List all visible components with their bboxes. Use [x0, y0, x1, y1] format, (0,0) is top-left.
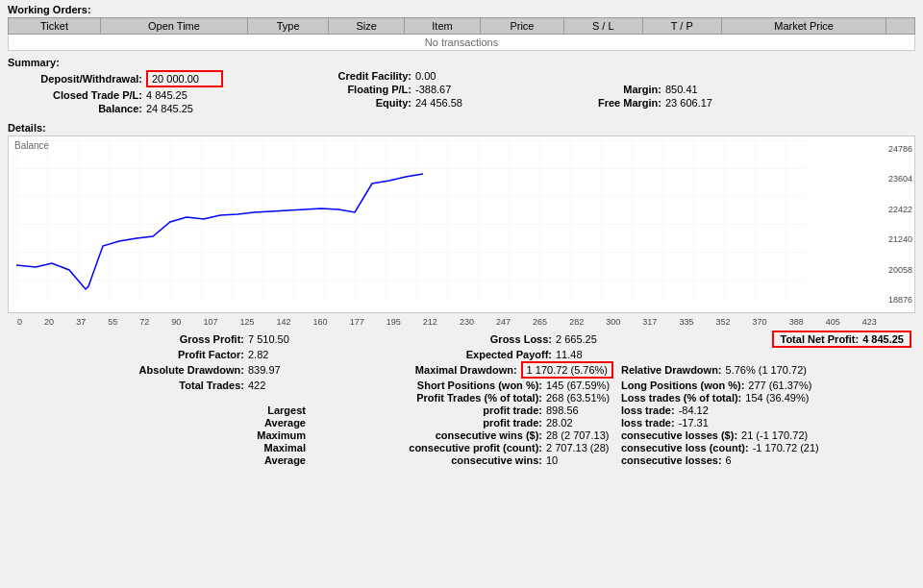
y-label-4: 20058 [888, 265, 912, 275]
x-22: 388 [789, 317, 804, 327]
stats-row-5: Profit Trades (% of total): 268 (63.51%)… [8, 392, 915, 404]
profit-factor-label: Profit Factor: [178, 349, 244, 360]
gross-profit-label: Gross Profit: [180, 333, 244, 345]
x-6: 107 [203, 317, 217, 327]
long-positions-value: 277 (61.37%) [748, 380, 811, 391]
details-title: Details: [8, 122, 915, 134]
y-label-2: 22422 [888, 205, 912, 214]
x-12: 212 [423, 317, 437, 327]
consec-losses2-value: 6 [726, 454, 732, 466]
col-item: Item [405, 18, 481, 35]
no-transactions-row: No transactions [9, 35, 915, 51]
x-16: 282 [569, 317, 584, 327]
stats-row-9: Maximal consecutive profit (count): 2 70… [8, 442, 915, 453]
col-ticket: Ticket [9, 18, 101, 35]
col-type: Type [247, 18, 328, 35]
maximal-label: Maximal [264, 442, 306, 453]
consec-losses-label: consecutive losses ($): [621, 429, 737, 441]
working-orders-section: Working Orders: Ticket Open Time Type Si… [8, 4, 915, 51]
x-0: 0 [17, 317, 22, 327]
equity-label: Equity: [277, 97, 412, 109]
free-margin-value: 23 606.17 [665, 97, 742, 109]
x-3: 55 [108, 317, 117, 327]
free-margin-label: Free Margin: [527, 97, 661, 109]
relative-drawdown-label: Relative Drawdown: [621, 364, 722, 376]
long-positions-label: Long Positions (won %): [621, 380, 744, 391]
loss-trade-label: loss trade: [621, 404, 675, 416]
consec-loss-value: -1 170.72 (21) [753, 442, 819, 453]
margin-label: Margin: [527, 84, 661, 95]
x-9: 160 [313, 317, 328, 327]
average-label: Average [264, 417, 306, 429]
floating-pl-label: Floating P/L: [277, 84, 412, 95]
consec-profit-value: 2 707.13 (28) [546, 442, 613, 453]
total-net-profit-value: 4 845.25 [862, 333, 904, 345]
absolute-drawdown-label: Absolute Drawdown: [139, 364, 244, 376]
profit-trades-value: 268 (63.51%) [546, 392, 613, 404]
relative-drawdown-value: 5.76% (1 170.72) [726, 364, 807, 376]
total-net-profit-label: Total Net Profit: [780, 333, 859, 345]
avg-loss-trade-value: -17.31 [679, 417, 709, 429]
avg-profit-trade-value: 28.02 [546, 417, 613, 429]
col-tp: T / P [642, 18, 721, 35]
x-15: 265 [533, 317, 547, 327]
stats-row-2: Profit Factor: 2.82 Expected Payoff: 11.… [8, 349, 915, 360]
maximal-drawdown-label: Maximal Drawdown: [415, 364, 517, 376]
stats-row-6: Largest profit trade: 898.56 loss trade:… [8, 404, 915, 416]
deposit-label: Deposit/Withdrawal: [8, 73, 142, 85]
svg-rect-0 [16, 140, 805, 299]
loss-trade-value: -84.12 [679, 404, 709, 416]
consec-losses2-label: consecutive losses: [621, 454, 722, 466]
x-13: 230 [460, 317, 474, 327]
consec-wins-value: 28 (2 707.13) [546, 429, 613, 441]
loss-trades-label: Loss trades (% of total): [621, 392, 741, 404]
x-8: 142 [277, 317, 291, 327]
x-18: 317 [642, 317, 657, 327]
credit-facility-value: 0.00 [415, 70, 492, 82]
x-23: 405 [826, 317, 840, 327]
summary-title: Summary: [8, 57, 915, 68]
consec-losses-value: 21 (-1 170.72) [741, 429, 808, 441]
x-11: 195 [387, 317, 401, 327]
stats-row-7: Average profit trade: 28.02 loss trade: … [8, 417, 915, 429]
avg-profit-trade-label: profit trade: [483, 417, 542, 429]
col-size: Size [329, 18, 405, 35]
consec-profit-label: consecutive profit (count): [409, 442, 542, 453]
consec-loss-label: consecutive loss (count): [621, 442, 749, 453]
maximum-label: Maximum [257, 429, 306, 441]
x-1: 20 [44, 317, 54, 327]
x-17: 300 [606, 317, 620, 327]
col-empty [886, 18, 915, 35]
x-7: 125 [239, 317, 254, 327]
chart-x-axis: 0 20 37 55 72 90 107 125 142 160 177 195… [8, 317, 915, 327]
y-label-1: 23604 [888, 174, 912, 184]
col-open-time: Open Time [101, 18, 248, 35]
equity-value: 24 456.58 [415, 97, 492, 109]
profit-trade-label: profit trade: [483, 404, 542, 416]
floating-pl-value: -388.67 [415, 84, 492, 95]
x-20: 352 [715, 317, 730, 327]
closed-trade-label: Closed Trade P/L: [8, 89, 142, 101]
balance-chart: Balance 24786 23604 22422 [8, 135, 915, 313]
average2-label: Average [264, 454, 306, 466]
stats-row-1: Gross Profit: 7 510.50 Gross Loss: 2 665… [8, 331, 915, 348]
expected-payoff-label: Expected Payoff: [466, 349, 552, 360]
balance-value: 24 845.25 [146, 103, 223, 114]
expected-payoff-value: 11.48 [556, 349, 613, 360]
consec-wins2-value: 10 [546, 454, 613, 466]
y-label-5: 18876 [888, 295, 912, 305]
profit-trade-value: 898.56 [546, 404, 613, 416]
col-sl: S / L [564, 18, 643, 35]
stats-row-10: Average consecutive wins: 10 consecutive… [8, 454, 915, 466]
margin-value: 850.41 [665, 84, 742, 95]
gross-loss-value: 2 665.25 [556, 333, 613, 345]
stats-row-8: Maximum consecutive wins ($): 28 (2 707.… [8, 429, 915, 441]
total-trades-label: Total Trades: [179, 380, 244, 391]
x-4: 72 [139, 317, 149, 327]
working-orders-table: Ticket Open Time Type Size Item Price S … [8, 17, 915, 51]
col-market-price: Market Price [722, 18, 886, 35]
x-10: 177 [350, 317, 364, 327]
profit-trades-label: Profit Trades (% of total): [416, 392, 542, 404]
y-label-3: 21240 [888, 234, 912, 244]
x-2: 37 [76, 317, 86, 327]
